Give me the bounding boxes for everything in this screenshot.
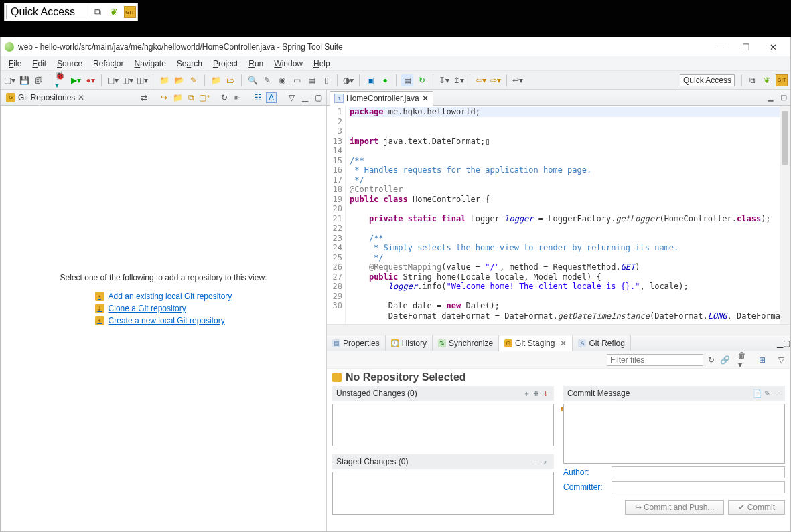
bottom-maximize-icon[interactable]: ▢ [783, 339, 790, 348]
debug-icon[interactable]: 🐞▾ [55, 74, 67, 86]
leaf-icon[interactable]: ❦ [108, 6, 120, 18]
clone-icon[interactable]: ⧉ [186, 92, 196, 103]
more-icon[interactable]: ⋯ [772, 389, 781, 398]
collapse-icon[interactable]: ⇤ [232, 92, 243, 103]
open-perspective-icon[interactable]: ⧉ [92, 6, 104, 18]
commit-message-textarea[interactable] [563, 404, 785, 464]
blue-box-icon[interactable]: ▣ [364, 74, 376, 86]
run-icon[interactable]: ▶▾ [70, 74, 82, 86]
maximize-button[interactable]: ☐ [733, 39, 760, 56]
task-icon[interactable]: ▤ [401, 74, 413, 86]
menu-file[interactable]: File [3, 58, 27, 70]
staged-list[interactable] [332, 472, 554, 515]
mark-icon[interactable]: ◑▾ [342, 74, 354, 86]
unstage-all-icon[interactable]: ⸗ [541, 457, 550, 466]
open-icon[interactable]: 🗁 [224, 74, 236, 86]
ruler-icon[interactable]: ▤ [305, 74, 317, 86]
refresh-staging-icon[interactable]: ↻ [706, 355, 717, 365]
editor-minimize-icon[interactable]: ▁ [765, 92, 776, 103]
hierarchy-icon[interactable]: ☷ [253, 92, 263, 103]
switch-icon[interactable]: ↪ [159, 92, 169, 103]
run-last-icon[interactable]: ●▾ [84, 74, 96, 86]
highlight-icon[interactable]: ▭ [291, 74, 303, 86]
refresh-view-icon[interactable]: ↻ [219, 92, 230, 103]
toggle-icon[interactable]: ◉ [276, 74, 288, 86]
close-editor-icon[interactable]: ✕ [422, 94, 429, 103]
create-repo-link[interactable]: ✶Create a new local Git repository [95, 316, 225, 325]
git-repos-tab[interactable]: G Git Repositories ✕ [3, 93, 87, 102]
menu-refactor[interactable]: Refactor [88, 58, 129, 70]
author-input[interactable] [612, 466, 785, 478]
flat-icon[interactable]: A [266, 92, 277, 103]
last-edit-icon[interactable]: ↩▾ [512, 74, 524, 86]
link-icon[interactable]: 🔗 [719, 355, 730, 365]
save-all-icon[interactable]: 🗐 [33, 74, 45, 86]
stage-all-icon[interactable]: ⧺ [531, 389, 541, 398]
spring-perspective-icon[interactable]: ❦ [761, 74, 773, 86]
next-ann-icon[interactable]: ↧▾ [438, 74, 450, 86]
amend-icon[interactable]: 📄 [753, 389, 762, 398]
quick-access-input-right[interactable]: Quick Access [680, 74, 735, 86]
new-icon[interactable]: ▢▾ [3, 74, 15, 86]
menu-project[interactable]: Project [208, 58, 243, 70]
sort-icon[interactable]: ↧ [541, 389, 550, 398]
nav-icon[interactable]: ✎ [261, 74, 273, 86]
back-icon[interactable]: ⇦▾ [475, 74, 487, 86]
filter-files-input[interactable] [607, 354, 703, 366]
tab-properties[interactable]: ▤Properties [327, 335, 386, 351]
signoff-icon[interactable]: ✎ [762, 389, 772, 398]
maximize-view-icon[interactable]: ▢ [313, 92, 323, 103]
tab-synchronize[interactable]: ⇅Synchronize [433, 335, 499, 351]
git-perspective-button[interactable]: GIT [776, 74, 788, 86]
tab-git-reflog[interactable]: AGit Reflog [573, 335, 630, 351]
commit-button[interactable]: ✔ CCommitommit [728, 500, 785, 515]
menu-search[interactable]: Search [171, 58, 208, 70]
tab-git-staging[interactable]: GGit Staging✕ [499, 336, 573, 351]
open-perspective-button[interactable]: ⧉ [746, 74, 758, 86]
minimize-view-icon[interactable]: ▁ [299, 92, 310, 103]
link-editor-icon[interactable]: ⇄ [139, 92, 149, 103]
view-menu-bottom-icon[interactable]: ▽ [776, 355, 786, 365]
editor-maximize-icon[interactable]: ▢ [778, 92, 789, 103]
prev-ann-icon[interactable]: ↥▾ [453, 74, 465, 86]
green-circle-icon[interactable]: ● [379, 74, 391, 86]
close-view-icon[interactable]: ✕ [78, 93, 84, 102]
minimize-button[interactable]: — [706, 39, 733, 56]
bottom-minimize-icon[interactable]: ▁ [777, 339, 783, 348]
top-quick-access-input[interactable] [6, 5, 86, 19]
add-existing-repo-link[interactable]: +Add an existing local Git repository [95, 292, 232, 301]
tab-history[interactable]: 🕘History [386, 335, 433, 351]
generic-icon3[interactable]: ◫▾ [136, 74, 148, 86]
wand-icon[interactable]: ✎ [188, 74, 200, 86]
menu-navigate[interactable]: Navigate [129, 58, 171, 70]
menu-source[interactable]: Source [52, 58, 88, 70]
open-task-icon[interactable]: 📂 [173, 74, 185, 86]
code-editor[interactable]: 1 2 ⊕3 13 ⊖14 15 16 17 18 19 20 21 ⊖22 2… [327, 106, 790, 324]
menu-run[interactable]: Run [243, 58, 269, 70]
layout-icon[interactable]: ⊞ [757, 355, 768, 365]
editor-vertical-scrollbar[interactable] [780, 106, 790, 324]
editor-tab-homecontroller[interactable]: J HomeController.java ✕ [330, 91, 433, 106]
git-perspective-icon[interactable]: GIT [124, 6, 136, 18]
menu-window[interactable]: Window [269, 58, 308, 70]
committer-input[interactable] [612, 481, 785, 493]
close-button[interactable]: ✕ [760, 39, 786, 56]
forward-icon[interactable]: ⇨▾ [490, 74, 502, 86]
view-menu-icon[interactable]: ▽ [286, 92, 297, 103]
clone-repo-link[interactable]: ⇣Clone a Git repository [95, 304, 186, 313]
close-tab-icon[interactable]: ✕ [560, 339, 567, 348]
create-icon[interactable]: ▢⁺ [199, 92, 210, 103]
commit-and-push-button[interactable]: ↪ Commit and Push... [625, 500, 725, 515]
refresh-icon[interactable]: ↻ [416, 74, 428, 86]
stage-icon[interactable]: ＋ [522, 389, 531, 398]
delete-icon[interactable]: 🗑▾ [738, 355, 749, 365]
block-icon[interactable]: ▯ [320, 74, 332, 86]
menu-help[interactable]: Help [308, 58, 336, 70]
editor-horizontal-scrollbar[interactable] [327, 324, 790, 335]
folder-icon[interactable]: 📁 [210, 74, 222, 86]
add-repo-icon[interactable]: 📁 [172, 92, 183, 103]
save-icon[interactable]: 💾 [18, 74, 30, 86]
unstage-icon[interactable]: − [531, 457, 541, 466]
generic-icon2[interactable]: ◫▾ [121, 74, 133, 86]
search-icon[interactable]: 🔍 [246, 74, 259, 86]
